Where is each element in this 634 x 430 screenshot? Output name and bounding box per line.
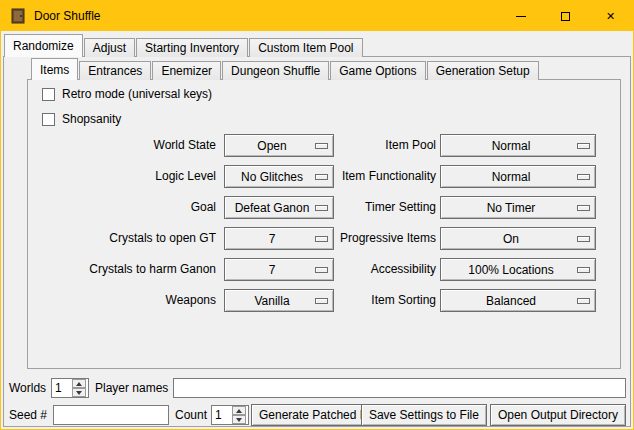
item-pool-dropdown[interactable]: Normal	[440, 134, 596, 157]
timer-setting-label: Timer Setting	[334, 196, 436, 219]
timer-setting-value: No Timer	[441, 201, 595, 215]
count-spinner[interactable]	[211, 405, 249, 425]
crystals-ganon-dropdown[interactable]: 7	[224, 258, 334, 281]
door-shuffle-window: Door Shuffle ✕ Randomize Adjust Starting…	[0, 0, 634, 430]
progressive-items-dropdown[interactable]: On	[440, 227, 596, 250]
player-names-label: Player names	[95, 377, 168, 399]
spinner-buttons	[72, 379, 86, 397]
spin-up-icon[interactable]	[232, 406, 246, 415]
maximize-button[interactable]	[543, 1, 588, 31]
tab-generation-setup[interactable]: Generation Setup	[427, 61, 539, 80]
progressive-items-value: On	[441, 232, 595, 246]
close-icon: ✕	[606, 11, 615, 22]
dropdown-indicator-icon	[315, 267, 328, 273]
player-names-input[interactable]	[173, 378, 626, 398]
goal-label: Goal	[28, 196, 216, 219]
dropdown-indicator-icon	[315, 174, 328, 180]
tab-randomize[interactable]: Randomize	[4, 34, 83, 57]
logic-level-dropdown[interactable]: No Glitches	[224, 165, 334, 188]
progressive-items-label: Progressive Items	[334, 227, 436, 250]
tab-items[interactable]: Items	[31, 58, 78, 80]
dropdown-indicator-icon	[315, 143, 328, 149]
accessibility-label: Accessibility	[334, 258, 436, 281]
main-tab-bar: Randomize Adjust Starting Inventory Cust…	[4, 34, 364, 57]
dropdown-indicator-icon	[315, 236, 328, 242]
seed-label: Seed #	[9, 404, 47, 426]
item-sorting-dropdown[interactable]: Balanced	[440, 289, 596, 312]
dropdown-indicator-icon	[577, 143, 590, 149]
crystals-gt-label: Crystals to open GT	[28, 227, 216, 250]
spin-down-icon[interactable]	[72, 388, 86, 397]
tab-game-options[interactable]: Game Options	[330, 61, 425, 80]
setting-row: Goal Defeat Ganon Timer Setting No Timer	[28, 196, 620, 219]
spin-down-icon[interactable]	[232, 415, 246, 424]
generation-row: Seed # Count Generate Patched Rom Save S…	[1, 404, 633, 426]
dropdown-indicator-icon	[577, 205, 590, 211]
checkbox-label: Shopsanity	[62, 112, 121, 126]
maximize-icon	[561, 12, 570, 21]
setting-row: Crystals to harm Ganon 7 Accessibility 1…	[28, 258, 620, 281]
titlebar[interactable]: Door Shuffle ✕	[1, 1, 633, 31]
retro-mode-checkbox[interactable]: Retro mode (universal keys)	[42, 86, 212, 102]
multiworld-row: Worlds Player names	[1, 377, 633, 399]
worlds-spinner[interactable]	[51, 378, 89, 398]
timer-setting-dropdown[interactable]: No Timer	[440, 196, 596, 219]
open-output-directory-button[interactable]: Open Output Directory	[490, 404, 626, 426]
dropdown-indicator-icon	[315, 205, 328, 211]
spinner-buttons	[232, 406, 246, 424]
tab-enemizer[interactable]: Enemizer	[152, 61, 221, 80]
accessibility-value: 100% Locations	[441, 263, 595, 277]
minimize-button[interactable]	[498, 1, 543, 31]
item-functionality-label: Item Functionality	[334, 165, 436, 188]
window-title: Door Shuffle	[34, 9, 101, 23]
item-functionality-dropdown[interactable]: Normal	[440, 165, 596, 188]
item-functionality-value: Normal	[441, 170, 595, 184]
checkbox-box	[42, 113, 55, 126]
weapons-label: Weapons	[28, 289, 216, 312]
setting-row: Weapons Vanilla Item Sorting Balanced	[28, 289, 620, 312]
setting-row: Crystals to open GT 7 Progressive Items …	[28, 227, 620, 250]
tab-starting-inventory[interactable]: Starting Inventory	[136, 38, 248, 57]
crystals-ganon-label: Crystals to harm Ganon	[28, 258, 216, 281]
items-pane: Retro mode (universal keys) Shopsanity W…	[27, 79, 621, 369]
minimize-icon	[516, 16, 526, 17]
setting-row: World State Open Item Pool Normal	[28, 134, 620, 157]
world-state-dropdown[interactable]: Open	[224, 134, 334, 157]
shopsanity-checkbox[interactable]: Shopsanity	[42, 111, 121, 127]
count-label: Count	[175, 404, 207, 426]
weapons-dropdown[interactable]: Vanilla	[224, 289, 334, 312]
worlds-label: Worlds	[9, 377, 46, 399]
dropdown-indicator-icon	[577, 267, 590, 273]
settings-tab-bar: Items Entrances Enemizer Dungeon Shuffle…	[31, 58, 540, 80]
item-sorting-value: Balanced	[441, 294, 595, 308]
tab-dungeon-shuffle[interactable]: Dungeon Shuffle	[222, 61, 329, 80]
logic-level-label: Logic Level	[28, 165, 216, 188]
setting-row: Logic Level No Glitches Item Functionali…	[28, 165, 620, 188]
world-state-label: World State	[28, 134, 216, 157]
accessibility-dropdown[interactable]: 100% Locations	[440, 258, 596, 281]
worlds-input[interactable]	[52, 379, 72, 397]
goal-dropdown[interactable]: Defeat Ganon	[224, 196, 334, 219]
checkbox-box	[42, 88, 55, 101]
dropdown-indicator-icon	[577, 236, 590, 242]
dropdown-indicator-icon	[577, 298, 590, 304]
seed-input[interactable]	[53, 405, 169, 425]
save-settings-button[interactable]: Save Settings to File	[361, 404, 487, 426]
tab-entrances[interactable]: Entrances	[79, 61, 151, 80]
count-input[interactable]	[212, 406, 232, 424]
close-button[interactable]: ✕	[588, 1, 633, 31]
tab-custom-item-pool[interactable]: Custom Item Pool	[249, 38, 362, 57]
item-pool-value: Normal	[441, 139, 595, 153]
item-pool-label: Item Pool	[334, 134, 436, 157]
spin-up-icon[interactable]	[72, 379, 86, 388]
dropdown-indicator-icon	[315, 298, 328, 304]
checkbox-label: Retro mode (universal keys)	[62, 87, 212, 101]
item-sorting-label: Item Sorting	[334, 289, 436, 312]
tab-adjust[interactable]: Adjust	[84, 38, 135, 57]
window-controls: ✕	[498, 1, 633, 31]
crystals-gt-dropdown[interactable]: 7	[224, 227, 334, 250]
dropdown-indicator-icon	[577, 174, 590, 180]
output-buttons: Save Settings to File Open Output Direct…	[361, 404, 626, 426]
app-icon	[10, 8, 26, 24]
